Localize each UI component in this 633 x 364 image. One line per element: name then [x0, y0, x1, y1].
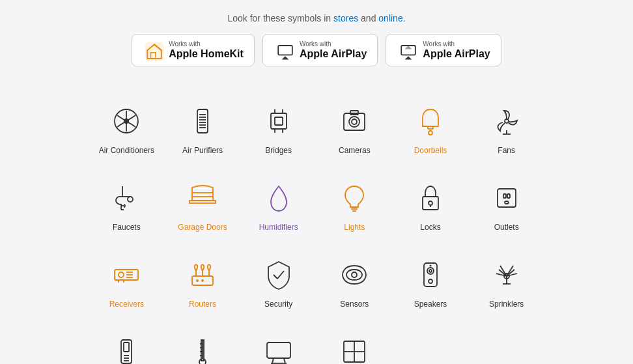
category-sprinklers[interactable]: Sprinklers: [468, 244, 544, 320]
cameras-icon: [335, 102, 374, 141]
svg-point-63: [427, 268, 434, 274]
category-fans[interactable]: Fans: [468, 90, 544, 167]
locks-label: Locks: [420, 223, 440, 232]
faucets-label: Faucets: [113, 223, 141, 232]
homekit-badge-text: Works with Apple HomeKit: [169, 40, 244, 60]
air-purifiers-icon: [183, 102, 222, 141]
svg-point-29: [429, 131, 432, 135]
svg-point-65: [429, 279, 432, 283]
security-icon: [259, 255, 298, 294]
svg-marker-3: [281, 56, 288, 59]
airplay1-icon: [274, 40, 294, 61]
bridges-label: Bridges: [265, 146, 292, 155]
air-purifiers-label: Air Purifiers: [182, 146, 223, 155]
thermostats-icon: [183, 332, 222, 364]
category-speakers[interactable]: Speakers: [393, 244, 469, 320]
svg-rect-77: [124, 343, 129, 352]
garage-doors-label: Garage Doors: [178, 223, 227, 232]
online-link[interactable]: online: [378, 13, 402, 23]
category-routers[interactable]: Routers: [165, 244, 241, 320]
sprinklers-icon: [487, 255, 526, 294]
category-outlets[interactable]: Outlets: [468, 167, 544, 244]
speakers-label: Speakers: [414, 300, 447, 309]
security-label: Security: [264, 300, 292, 309]
svg-point-58: [201, 279, 204, 282]
category-sensors[interactable]: Sensors: [316, 244, 393, 320]
airplay1-badge[interactable]: Works with Apple AirPlay: [262, 34, 378, 66]
fans-icon: [487, 102, 526, 141]
category-garage-doors[interactable]: Garage Doors: [165, 167, 241, 244]
category-cameras[interactable]: Cameras: [316, 90, 393, 167]
outlets-label: Outlets: [494, 223, 519, 232]
fans-label: Fans: [498, 146, 515, 155]
stores-link[interactable]: stores: [333, 13, 358, 23]
category-locks[interactable]: Locks: [393, 167, 469, 244]
outlets-icon: [487, 178, 526, 217]
category-receivers[interactable]: Receivers: [89, 244, 165, 320]
svg-rect-15: [271, 113, 287, 129]
badge-container: Works with Apple HomeKit Works with Appl…: [13, 34, 620, 66]
svg-point-50: [119, 272, 124, 277]
category-windows[interactable]: Windows: [316, 320, 393, 364]
garage-doors-icon: [183, 178, 222, 217]
page-container: Look for these symbols in stores and onl…: [0, 0, 633, 364]
category-thermostats[interactable]: Thermostats: [165, 320, 241, 364]
speakers-icon: [411, 255, 450, 294]
svg-rect-46: [503, 194, 506, 198]
category-doorbells[interactable]: Doorbells: [393, 90, 469, 167]
doorbells-icon: [411, 102, 450, 141]
category-air-conditioners[interactable]: Air Conditioners: [89, 90, 165, 167]
bridges-icon: [259, 102, 298, 141]
svg-line-89: [272, 358, 274, 363]
lights-label: Lights: [344, 223, 365, 232]
svg-point-57: [196, 279, 199, 282]
sensors-label: Sensors: [340, 300, 369, 309]
airplay1-badge-text: Works with Apple AirPlay: [300, 40, 367, 60]
windows-icon: [335, 332, 374, 364]
doorbells-label: Doorbells: [414, 146, 447, 155]
top-text: Look for these symbols in stores and onl…: [13, 13, 620, 23]
cameras-label: Cameras: [339, 146, 371, 155]
category-bridges[interactable]: Bridges: [240, 90, 316, 167]
svg-point-61: [352, 272, 357, 277]
categories-grid: Air Conditioners Air Purifiers: [89, 90, 544, 364]
svg-point-7: [124, 119, 129, 124]
svg-rect-16: [275, 117, 283, 125]
svg-point-48: [505, 201, 509, 204]
airplay2-icon: [397, 40, 417, 61]
airplay2-badge[interactable]: Works with Apple AirPlay: [386, 34, 501, 66]
category-humidifiers[interactable]: Humidifiers: [240, 167, 316, 244]
category-faucets[interactable]: Faucets: [89, 167, 165, 244]
category-switches[interactable]: Switches: [89, 320, 165, 364]
sensors-icon: [335, 255, 374, 294]
svg-point-33: [128, 197, 133, 202]
category-tvs[interactable]: TVs: [240, 320, 316, 364]
svg-point-64: [429, 270, 432, 272]
svg-rect-88: [267, 343, 290, 358]
category-security[interactable]: Security: [240, 244, 316, 320]
svg-rect-47: [507, 194, 510, 198]
category-lights[interactable]: Lights: [316, 167, 393, 244]
air-conditioners-label: Air Conditioners: [99, 146, 154, 155]
humidifiers-label: Humidifiers: [259, 223, 298, 232]
faucets-icon: [107, 178, 146, 217]
svg-marker-5: [405, 56, 412, 59]
svg-rect-2: [278, 46, 292, 55]
receivers-label: Receivers: [109, 300, 144, 309]
homekit-badge[interactable]: Works with Apple HomeKit: [132, 34, 255, 66]
receivers-icon: [107, 255, 146, 294]
svg-rect-42: [423, 197, 438, 210]
lights-icon: [335, 178, 374, 217]
locks-icon: [411, 178, 450, 217]
routers-label: Routers: [189, 300, 216, 309]
airplay2-badge-text: Works with Apple AirPlay: [423, 40, 490, 60]
air-conditioners-icon: [107, 102, 146, 141]
svg-line-59: [274, 275, 277, 279]
svg-point-30: [505, 119, 509, 123]
humidifiers-icon: [259, 178, 298, 217]
svg-rect-24: [350, 111, 358, 115]
category-air-purifiers[interactable]: Air Purifiers: [165, 90, 241, 167]
svg-rect-21: [344, 113, 365, 130]
tvs-icon: [259, 332, 298, 364]
svg-line-90: [284, 358, 285, 363]
